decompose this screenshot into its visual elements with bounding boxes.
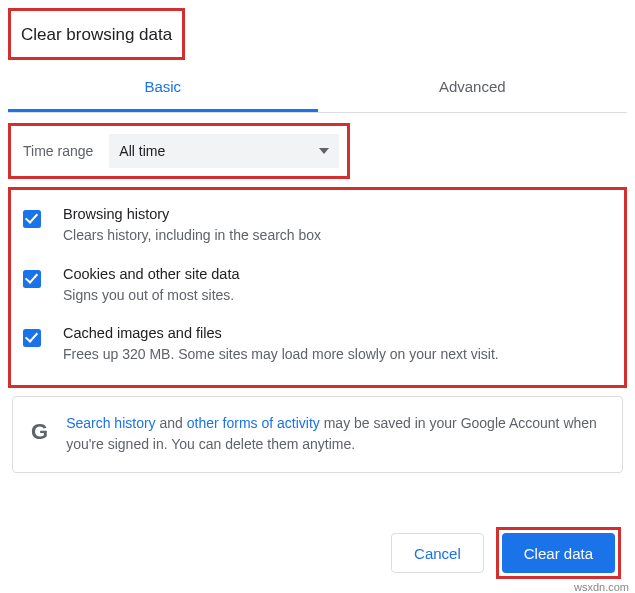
- info-text: Search history and other forms of activi…: [66, 413, 604, 456]
- dialog-title: Clear browsing data: [8, 8, 185, 60]
- attribution-text: wsxdn.com: [574, 581, 629, 593]
- checkbox-cookies[interactable]: [23, 270, 41, 288]
- clear-data-highlight: Clear data: [496, 527, 621, 579]
- options-group: Browsing history Clears history, includi…: [8, 187, 627, 388]
- option-browsing-history: Browsing history Clears history, includi…: [19, 196, 616, 256]
- checkbox-cache[interactable]: [23, 329, 41, 347]
- checkbox-browsing-history[interactable]: [23, 210, 41, 228]
- time-range-label: Time range: [23, 143, 93, 159]
- option-cookies: Cookies and other site data Signs you ou…: [19, 256, 616, 316]
- chevron-down-icon: [319, 148, 329, 154]
- google-logo-icon: G: [31, 419, 48, 445]
- option-title: Browsing history: [63, 206, 321, 222]
- clear-data-button[interactable]: Clear data: [502, 533, 615, 573]
- option-title: Cookies and other site data: [63, 266, 240, 282]
- option-desc: Signs you out of most sites.: [63, 286, 240, 306]
- time-range-row: Time range All time: [8, 123, 350, 179]
- account-info-box: G Search history and other forms of acti…: [12, 396, 623, 473]
- option-title: Cached images and files: [63, 325, 499, 341]
- option-desc: Frees up 320 MB. Some sites may load mor…: [63, 345, 499, 365]
- other-activity-link[interactable]: other forms of activity: [187, 415, 320, 431]
- search-history-link[interactable]: Search history: [66, 415, 155, 431]
- time-range-value: All time: [119, 143, 165, 159]
- tab-bar: Basic Advanced: [8, 64, 627, 113]
- option-cache: Cached images and files Frees up 320 MB.…: [19, 315, 616, 375]
- tab-advanced[interactable]: Advanced: [318, 64, 628, 112]
- time-range-select[interactable]: All time: [109, 134, 339, 168]
- cancel-button[interactable]: Cancel: [391, 533, 484, 573]
- dialog-footer: Cancel Clear data: [391, 527, 621, 579]
- option-desc: Clears history, including in the search …: [63, 226, 321, 246]
- tab-basic[interactable]: Basic: [8, 64, 318, 112]
